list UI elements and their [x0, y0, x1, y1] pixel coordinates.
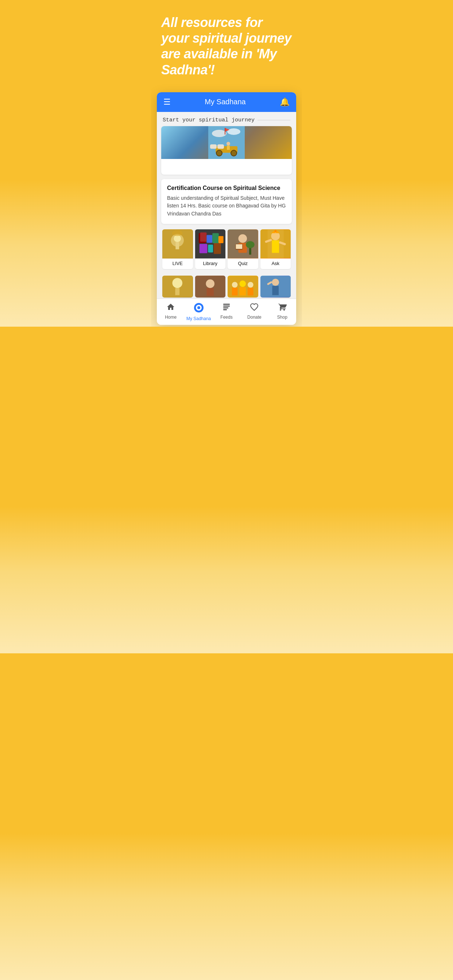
feeds-icon — [222, 302, 231, 313]
nav-my-sadhana[interactable]: My Sadhana — [185, 299, 212, 325]
grid-item-ask[interactable]: Ask — [260, 229, 291, 269]
svg-point-58 — [232, 282, 238, 288]
row2-svg-3 — [228, 275, 258, 298]
svg-rect-62 — [239, 287, 246, 296]
svg-rect-72 — [223, 305, 230, 307]
library-label: Library — [201, 258, 219, 269]
home-svg — [166, 302, 175, 311]
svg-point-52 — [172, 278, 183, 288]
nav-home[interactable]: Home — [157, 299, 185, 325]
ask-image — [260, 229, 291, 258]
grid-item-row2-3[interactable] — [228, 275, 258, 298]
info-card-title: Certification Course on Spiritual Scienc… — [167, 185, 286, 191]
hamburger-icon[interactable]: ☰ — [163, 97, 171, 107]
svg-rect-24 — [175, 242, 179, 250]
row2-svg-4 — [260, 275, 291, 298]
library-image — [195, 229, 226, 258]
svg-rect-74 — [223, 309, 227, 310]
svg-point-70 — [197, 306, 200, 309]
row2-svg-2 — [195, 275, 226, 298]
chariot-svg — [208, 126, 245, 159]
svg-rect-34 — [214, 243, 221, 254]
svg-rect-32 — [199, 244, 207, 253]
svg-rect-30 — [212, 233, 219, 243]
svg-point-10 — [226, 142, 230, 145]
quiz-svg — [228, 229, 258, 258]
shop-icon — [278, 302, 287, 313]
grid-item-row2-4[interactable] — [260, 275, 291, 298]
svg-rect-11 — [227, 145, 230, 150]
svg-rect-63 — [248, 288, 254, 296]
my-sadhana-icon — [194, 302, 204, 315]
nav-home-label: Home — [165, 315, 177, 320]
section-label: Start your spiritual journey — [157, 112, 296, 126]
icon-grid-row2 — [161, 275, 292, 299]
hero-section: All resources for your spiritual journey… — [151, 0, 302, 85]
svg-point-2 — [227, 128, 240, 135]
svg-point-7 — [231, 150, 237, 156]
grid-item-row2-2[interactable] — [195, 275, 226, 298]
svg-rect-8 — [210, 145, 217, 149]
svg-rect-31 — [218, 236, 223, 243]
nav-donate[interactable]: Donate — [240, 299, 268, 325]
grid-item-row2-1[interactable] — [162, 275, 193, 298]
info-card[interactable]: Certification Course on Spiritual Scienc… — [161, 179, 292, 224]
nav-feeds[interactable]: Feeds — [213, 299, 240, 325]
grid-item-quiz[interactable]: Quiz — [228, 229, 258, 269]
svg-point-1 — [212, 130, 226, 137]
svg-point-60 — [248, 282, 254, 288]
nav-feeds-label: Feeds — [220, 315, 232, 320]
svg-rect-33 — [208, 245, 213, 253]
donate-icon — [250, 302, 258, 313]
top-bar: ☰ My Sadhana 🔔 — [157, 92, 296, 112]
svg-rect-53 — [175, 288, 179, 295]
svg-point-55 — [206, 279, 214, 288]
featured-card[interactable]: Bhagavad Gita Foundation course Hindi — [161, 126, 292, 175]
row2-image-3 — [228, 275, 258, 298]
icon-grid: LIVE — [161, 228, 292, 270]
svg-rect-71 — [223, 304, 230, 305]
home-icon — [166, 302, 175, 313]
nav-donate-label: Donate — [247, 315, 262, 320]
svg-point-41 — [246, 241, 255, 248]
svg-rect-56 — [206, 288, 214, 296]
bottom-navigation: Home My Sadhana Feeds — [157, 299, 296, 325]
svg-rect-29 — [206, 235, 212, 243]
main-content: Start your spiritual journey — [157, 112, 296, 299]
svg-point-25 — [172, 230, 183, 236]
svg-point-23 — [174, 235, 181, 242]
svg-rect-28 — [200, 232, 206, 242]
svg-rect-61 — [232, 288, 238, 296]
shop-svg — [278, 302, 287, 311]
row2-image-2 — [195, 275, 226, 298]
quiz-image — [228, 229, 258, 258]
row2-image-1 — [162, 275, 193, 298]
phone-mockup: ☰ My Sadhana 🔔 Start your spiritual jour… — [157, 92, 296, 325]
info-card-description: Basic understanding of Spiritual Subject… — [167, 194, 286, 218]
grid-item-library[interactable]: Library — [195, 229, 226, 269]
svg-point-65 — [272, 278, 279, 286]
live-svg — [162, 229, 193, 258]
nav-shop-label: Shop — [277, 315, 287, 320]
ask-label: Ask — [270, 258, 281, 269]
svg-rect-73 — [223, 307, 228, 309]
svg-point-36 — [238, 234, 247, 243]
feeds-svg — [222, 302, 231, 311]
svg-rect-45 — [272, 240, 279, 253]
sadhana-svg — [194, 302, 204, 313]
svg-rect-3 — [225, 128, 225, 135]
nav-my-sadhana-label: My Sadhana — [187, 316, 211, 321]
nav-shop[interactable]: Shop — [268, 299, 296, 325]
live-image — [162, 229, 193, 258]
svg-rect-66 — [272, 286, 279, 295]
grid-item-live[interactable]: LIVE — [162, 229, 193, 269]
bell-icon[interactable]: 🔔 — [280, 97, 290, 107]
row2-svg-1 — [162, 275, 193, 298]
svg-point-59 — [239, 280, 246, 287]
app-title: My Sadhana — [205, 98, 246, 106]
quiz-label: Quiz — [236, 258, 249, 269]
ask-svg — [260, 229, 291, 258]
svg-rect-39 — [236, 244, 242, 249]
hero-title: All resources for your spiritual journey… — [161, 14, 292, 78]
svg-point-6 — [216, 150, 222, 156]
